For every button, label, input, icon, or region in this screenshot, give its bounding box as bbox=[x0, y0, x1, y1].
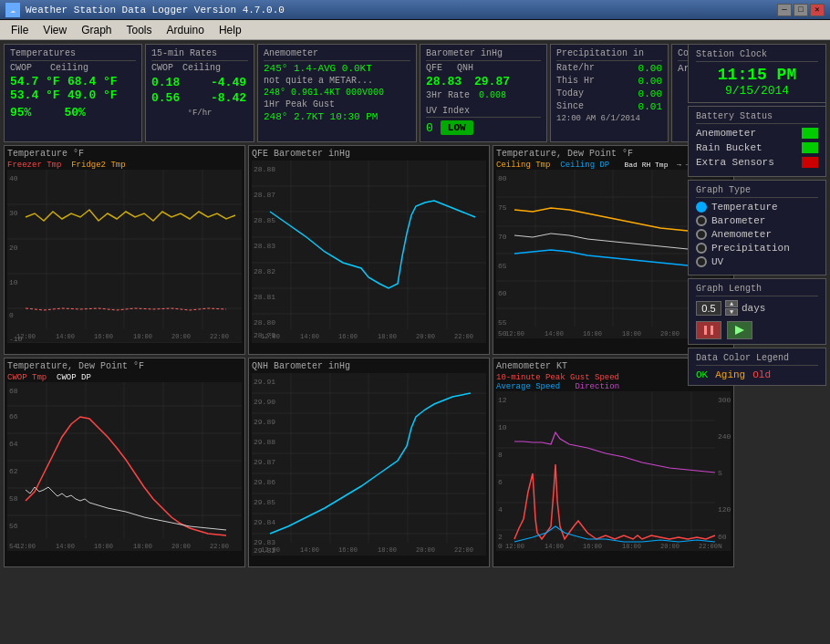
cwop-header: CWOP bbox=[10, 63, 32, 73]
precip-since-row: Since 0.01 bbox=[556, 101, 662, 112]
svg-text:62: 62 bbox=[9, 467, 18, 475]
radio-temperature[interactable] bbox=[696, 202, 707, 213]
svg-text:66: 66 bbox=[9, 412, 18, 421]
pause-icon bbox=[702, 325, 715, 336]
barometer-panel: Barometer inHg QFE QNH 28.83 29.87 3Hr R… bbox=[420, 44, 547, 142]
radio-precipitation[interactable] bbox=[696, 243, 707, 254]
svg-text:20:00: 20:00 bbox=[171, 543, 191, 550]
data-color-legend-box: Data Color Legend OK Aging Old bbox=[688, 348, 826, 386]
battery-extrasensors-row: Extra Sensors bbox=[696, 157, 818, 168]
precip-thishr-val: 0.00 bbox=[630, 76, 662, 87]
svg-text:12:00: 12:00 bbox=[16, 333, 36, 340]
menu-graph[interactable]: Graph bbox=[74, 22, 119, 38]
svg-text:58: 58 bbox=[9, 494, 18, 503]
battery-anemometer-indicator bbox=[802, 128, 818, 139]
svg-text:29.88: 29.88 bbox=[254, 438, 275, 446]
svg-text:28.81: 28.81 bbox=[254, 293, 275, 301]
svg-text:14:00: 14:00 bbox=[545, 543, 564, 550]
svg-text:28.80: 28.80 bbox=[254, 318, 275, 327]
menu-arduino[interactable]: Arduino bbox=[160, 22, 212, 38]
radio-anemometer[interactable] bbox=[696, 229, 707, 240]
precip-since-label: Since bbox=[556, 101, 584, 112]
svg-text:12:00: 12:00 bbox=[505, 330, 524, 338]
svg-text:16:00: 16:00 bbox=[338, 546, 358, 554]
qfe-barometer-chart-panel: QFE Barometer inHg 28.88 28.87 28.85 28.… bbox=[248, 145, 490, 355]
precip-since-date: 12:00 AM 6/1/2014 bbox=[556, 114, 662, 123]
minimize-button[interactable]: — bbox=[777, 4, 792, 16]
radio-barometer[interactable] bbox=[696, 215, 707, 226]
cwop-temp-1: 54.7 °F bbox=[10, 75, 60, 88]
svg-text:14:00: 14:00 bbox=[56, 333, 75, 340]
station-clock-box: Station Clock 11:15 PM 9/15/2014 bbox=[688, 44, 826, 103]
3hr-val: 0.008 bbox=[479, 90, 506, 100]
graph-length-up[interactable]: ▲ bbox=[725, 300, 738, 307]
cwop-humidity: 95% bbox=[10, 106, 31, 119]
qnh-chart-title: QNH Barometer inHg bbox=[252, 361, 486, 371]
maximize-button[interactable]: □ bbox=[794, 4, 808, 16]
qnh-chart-svg: 29.91 29.90 29.89 29.88 29.87 29.86 29.8… bbox=[252, 373, 486, 556]
temp-chart-title: Temperature °F bbox=[7, 149, 242, 159]
battery-status-box: Battery Status Anemometer Rain Bucket Ex… bbox=[688, 106, 826, 177]
cwop-dewpoint-chart-title: Temperature, Dew Point °F bbox=[7, 361, 242, 371]
svg-text:10: 10 bbox=[9, 278, 18, 286]
svg-text:28.88: 28.88 bbox=[254, 165, 275, 173]
menubar: File View Graph Tools Arduino Help bbox=[0, 20, 830, 40]
battery-anemometer-label: Anemometer bbox=[696, 128, 756, 139]
temperatures-panel: Temperatures CWOP Ceiling 54.7 °F 68.4 °… bbox=[4, 44, 142, 142]
anem-line4: 1Hr Peak Gust bbox=[264, 99, 410, 109]
svg-text:22:00: 22:00 bbox=[454, 546, 473, 554]
svg-text:14:00: 14:00 bbox=[545, 330, 564, 338]
close-button[interactable]: ✕ bbox=[810, 4, 825, 16]
ceiling-temp-2: 49.0 °F bbox=[67, 88, 118, 102]
legend-aging: Aging bbox=[715, 369, 745, 380]
svg-text:20: 20 bbox=[9, 244, 18, 252]
play-button[interactable] bbox=[727, 321, 752, 339]
temp-row-2: 53.4 °F 49.0 °F bbox=[10, 88, 136, 102]
qfe-header: QFE bbox=[426, 63, 442, 73]
graph-type-uv[interactable]: UV bbox=[696, 256, 818, 267]
cwop-temp-2: 53.4 °F bbox=[10, 88, 60, 102]
graph-type-temperature[interactable]: Temperature bbox=[696, 202, 818, 213]
graph-type-precipitation[interactable]: Precipitation bbox=[696, 243, 818, 254]
graph-length-down[interactable]: ▼ bbox=[725, 308, 738, 316]
legend-old: Old bbox=[752, 369, 771, 380]
station-clock-date: 9/15/2014 bbox=[696, 84, 818, 98]
svg-rect-0 bbox=[7, 170, 242, 343]
precip-today-row: Today 0.00 bbox=[556, 88, 662, 99]
graph-type-barometer[interactable]: Barometer bbox=[696, 215, 818, 226]
temperatures-title: Temperatures bbox=[10, 48, 136, 61]
svg-text:14:00: 14:00 bbox=[300, 546, 319, 554]
menu-view[interactable]: View bbox=[36, 22, 74, 38]
rate-cwop-1: 0.18 bbox=[151, 76, 202, 89]
svg-text:12: 12 bbox=[498, 396, 507, 404]
anem-line2: not quite a METAR... bbox=[264, 76, 410, 86]
svg-text:12:00: 12:00 bbox=[261, 333, 280, 340]
svg-rect-73 bbox=[7, 382, 242, 551]
rates-headers: CWOP Ceiling bbox=[151, 63, 248, 73]
precip-since-val: 0.01 bbox=[630, 101, 662, 112]
rates-cwop-header: CWOP bbox=[151, 63, 173, 73]
svg-text:14:00: 14:00 bbox=[56, 543, 75, 550]
svg-text:4: 4 bbox=[498, 505, 503, 514]
precip-today-val: 0.00 bbox=[630, 88, 662, 99]
baro-3hr: 3Hr Rate 0.008 bbox=[426, 90, 541, 100]
menu-help[interactable]: Help bbox=[212, 22, 249, 38]
svg-text:6: 6 bbox=[498, 478, 503, 486]
radio-uv[interactable] bbox=[696, 256, 707, 267]
temp-chart-svg: 40 30 20 10 0 -10 12:00 1 bbox=[7, 170, 242, 343]
svg-text:12:00: 12:00 bbox=[16, 543, 36, 550]
menu-file[interactable]: File bbox=[4, 22, 36, 38]
uv-box: UV Index 0 LOW bbox=[426, 106, 541, 135]
svg-text:75: 75 bbox=[498, 203, 507, 212]
battery-rainbucket-label: Rain Bucket bbox=[696, 142, 763, 153]
graph-type-anemometer[interactable]: Anemometer bbox=[696, 229, 818, 240]
graph-length-input[interactable] bbox=[696, 301, 721, 316]
menu-tools[interactable]: Tools bbox=[119, 22, 160, 38]
pause-button[interactable] bbox=[696, 321, 721, 339]
humidity-row: 95% 50% bbox=[10, 106, 136, 119]
uv-value: 0 bbox=[426, 121, 433, 135]
precipitation-panel: Precipitation in Rate/hr 0.00 This Hr 0.… bbox=[550, 44, 669, 142]
svg-text:22:00: 22:00 bbox=[454, 333, 473, 340]
anemometer-panel: Anemometer 245° 1.4-AVG 0.0KT not quite … bbox=[257, 44, 417, 142]
station-clock-time: 11:15 PM bbox=[696, 66, 818, 84]
